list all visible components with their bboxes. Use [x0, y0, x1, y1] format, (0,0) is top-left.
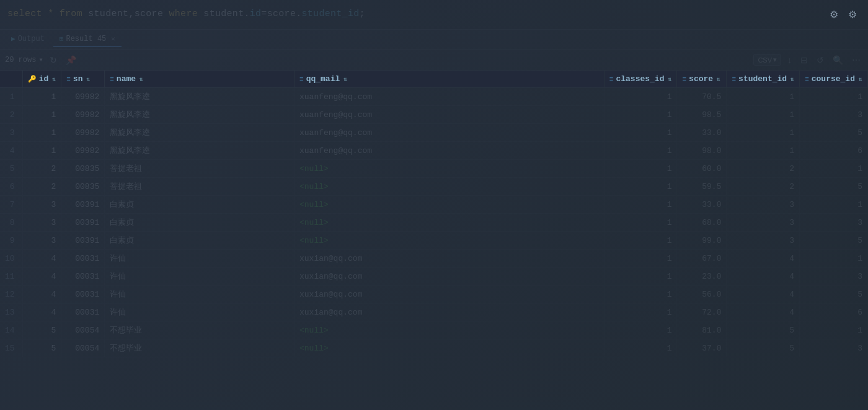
- qqmail-sort-icon: ⇅: [343, 76, 347, 83]
- name-sort-icon: ⇅: [140, 76, 143, 83]
- sn-col-icon: ≡: [66, 76, 71, 83]
- col-score-label: score: [689, 74, 713, 84]
- col-studentid-label: student_id: [738, 74, 787, 84]
- col-name-label: name: [117, 74, 136, 84]
- bg-overlay: [0, 0, 868, 410]
- col-courseid-label: course_id: [812, 74, 855, 84]
- classesid-sort-icon: ⇅: [668, 76, 671, 83]
- courseid-col-icon: ≡: [805, 76, 809, 83]
- id-col-icon: 🔑: [28, 75, 37, 83]
- main-container: ⚙ ⚙ select * from student,score where st…: [0, 0, 868, 410]
- qqmail-col-icon: ≡: [299, 76, 304, 83]
- config-icon[interactable]: ⚙: [847, 7, 858, 22]
- studentid-sort-icon: ⇅: [790, 76, 794, 83]
- score-col-icon: ≡: [682, 76, 686, 83]
- col-header-sn[interactable]: ≡ sn ⇅: [61, 71, 105, 88]
- col-header-course_id[interactable]: ≡ course_id ⇅: [800, 71, 868, 88]
- score-sort-icon: ⇅: [717, 76, 720, 83]
- col-classesid-label: classes_id: [616, 74, 664, 84]
- table-header-row: 🔑 id ⇅ ≡ sn ⇅ ≡: [0, 71, 868, 88]
- name-col-icon: ≡: [110, 76, 114, 83]
- col-header-qq_mail[interactable]: ≡ qq_mail ⇅: [294, 71, 604, 88]
- col-qqmail-label: qq_mail: [306, 74, 340, 84]
- courseid-sort-icon: ⇅: [859, 76, 862, 83]
- classesid-col-icon: ≡: [609, 76, 614, 83]
- col-header-student_id[interactable]: ≡ student_id ⇅: [727, 71, 800, 88]
- col-id-label: id: [39, 74, 49, 84]
- col-header-score[interactable]: ≡ score ⇅: [677, 71, 727, 88]
- top-right-icons: ⚙ ⚙: [828, 7, 858, 22]
- id-sort-icon: ⇅: [52, 76, 56, 83]
- col-header-name[interactable]: ≡ name ⇅: [105, 71, 294, 88]
- sn-sort-icon: ⇅: [86, 76, 90, 83]
- settings-icon[interactable]: ⚙: [828, 7, 839, 22]
- col-header-classes_id[interactable]: ≡ classes_id ⇅: [604, 71, 677, 88]
- studentid-col-icon: ≡: [732, 76, 736, 83]
- col-sn-label: sn: [73, 74, 83, 84]
- col-header-id[interactable]: 🔑 id ⇅: [22, 71, 61, 88]
- col-header-rownum: [0, 71, 22, 88]
